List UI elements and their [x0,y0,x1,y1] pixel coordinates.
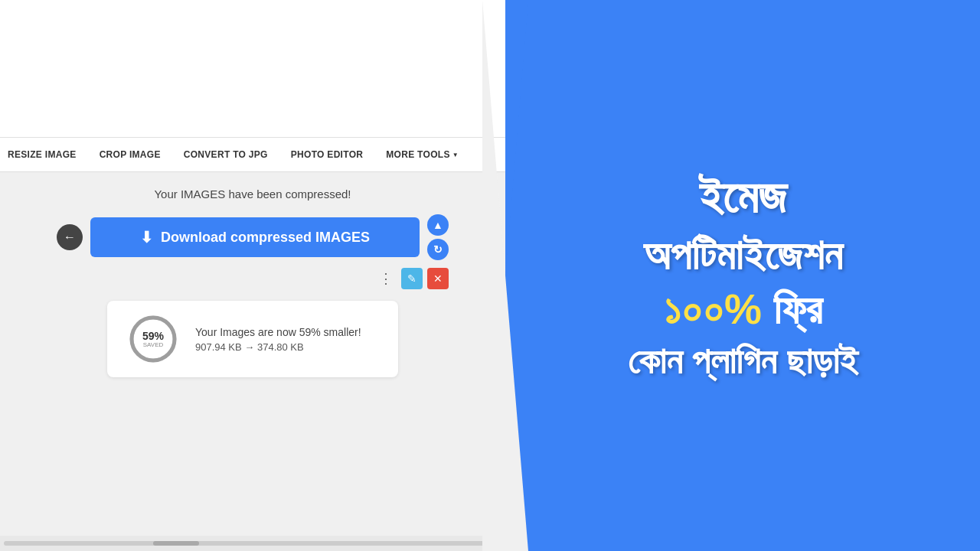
refresh-icon: ↻ [433,243,443,256]
back-icon: ← [64,230,76,244]
smaller-text: Your Images are now 59% smaller! [195,326,361,338]
nav-convert-to-jpg[interactable]: CONVERT TO JPG [184,149,268,160]
back-button[interactable]: ← [57,224,83,250]
bengali-line-4: কোন প্লাগিন ছাড়াই [628,337,858,385]
up-button[interactable]: ▲ [427,214,449,236]
sizes-text: 907.94 KB → 374.80 KB [195,341,361,353]
progress-circle: 59% SAVED [126,312,180,366]
edit-icon: ✎ [407,272,416,285]
refresh-button[interactable]: ↻ [427,239,449,260]
bengali-text-block: ইমেজ অপটিমাইজেশন ১০০% ফ্রি কোন প্লাগিন ছ… [628,166,858,385]
close-icon: ✕ [433,272,443,285]
scrollbar-thumb[interactable] [153,541,199,546]
download-icon: ⬇ [140,228,153,246]
percent-label: 59% [142,331,164,341]
nav-crop-image[interactable]: CROP IMAGE [100,149,161,160]
up-arrow-icon: ▲ [433,219,443,231]
stats-text: Your Images are now 59% smaller! 907.94 … [195,326,361,353]
success-message: Your IMAGES have been compressed! [154,187,351,201]
download-button-label: Download compressed IMAGES [161,230,370,246]
action-buttons: ▲ ↻ [427,214,449,260]
main-content: Your IMAGES have been compressed! ← ⬇ Do… [0,172,505,536]
saved-label: SAVED [142,341,164,348]
scrollbar-area [0,536,505,551]
nav-more-tools[interactable]: MORE TOOLS [386,149,459,160]
scrollbar-track[interactable] [4,541,501,546]
bengali-white-text: ফ্রি [762,285,822,333]
download-button[interactable]: ⬇ Download compressed IMAGES [90,217,420,257]
download-row: ← ⬇ Download compressed IMAGES ▲ ↻ [57,214,449,260]
nav-photo-editor[interactable]: PHOTO EDITOR [291,149,364,160]
stats-row: 59% SAVED Your Images are now 59% smalle… [107,301,398,377]
tool-icons-row: ⋮ ✎ ✕ [375,268,449,289]
dots-button[interactable]: ⋮ [375,268,397,289]
edit-button[interactable]: ✎ [401,268,423,289]
top-white-area [0,0,505,138]
bengali-yellow-text: ১০০% [663,285,762,333]
close-button[interactable]: ✕ [427,268,449,289]
right-panel: ইমেজ অপটিমাইজেশন ১০০% ফ্রি কোন প্লাগিন ছ… [505,0,980,551]
dots-icon: ⋮ [379,270,394,287]
bengali-line-3: ১০০% ফ্রি [628,282,858,337]
bengali-line-2: অপটিমাইজেশন [628,228,858,283]
navbar: RESIZE IMAGE CROP IMAGE CONVERT TO JPG P… [0,138,505,172]
left-panel: RESIZE IMAGE CROP IMAGE CONVERT TO JPG P… [0,0,505,551]
bengali-line-1: ইমেজ [628,166,858,228]
nav-resize-image[interactable]: RESIZE IMAGE [8,149,77,160]
